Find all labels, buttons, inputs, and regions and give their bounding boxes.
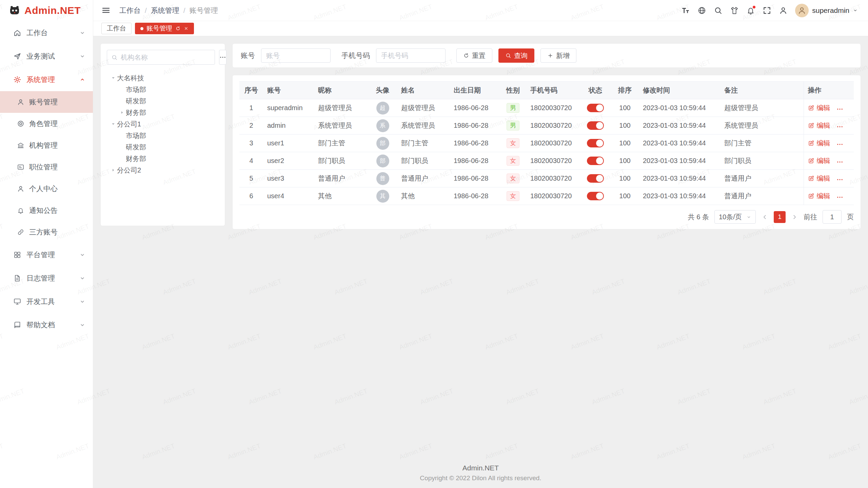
tree-node[interactable]: 研发部	[107, 95, 219, 107]
tree-caret-icon[interactable]	[110, 121, 117, 127]
sidebar-item[interactable]: 开发工具	[0, 290, 93, 313]
next-page-button[interactable]	[791, 214, 798, 221]
row-more-button[interactable]	[836, 176, 843, 183]
language-icon[interactable]	[697, 6, 706, 15]
sidebar-item[interactable]: 业务测试	[0, 44, 93, 68]
cell-status	[580, 117, 611, 135]
theme-icon[interactable]	[730, 6, 739, 15]
sidebar-item[interactable]: 工作台	[0, 21, 93, 44]
cell-gender: 女	[500, 170, 526, 187]
status-toggle[interactable]	[587, 157, 604, 165]
edit-button[interactable]: 编辑	[808, 121, 830, 130]
sidebar-item[interactable]: 平台管理	[0, 243, 93, 266]
sidebar-subitem-label: 三方账号	[29, 227, 85, 237]
sidebar-item-label: 平台管理	[26, 250, 79, 260]
tree-node[interactable]: 分公司1	[107, 118, 219, 130]
tree-caret-icon[interactable]	[110, 75, 117, 81]
tree-caret-icon[interactable]	[110, 167, 117, 173]
prev-page-button[interactable]	[761, 214, 768, 221]
status-toggle[interactable]	[587, 121, 604, 130]
edit-label: 编辑	[817, 191, 830, 201]
page-unit-label: 页	[847, 212, 854, 222]
sidebar-subitem[interactable]: 通知公告	[0, 200, 93, 221]
sidebar-subitem[interactable]: 角色管理	[0, 113, 93, 135]
sidebar-item[interactable]: 帮助文档	[0, 313, 93, 337]
tree-caret-icon[interactable]	[118, 110, 126, 115]
breadcrumb-separator: /	[145, 6, 147, 15]
edit-button[interactable]: 编辑	[808, 156, 830, 165]
org-search-input[interactable]	[121, 54, 211, 61]
edit-button[interactable]: 编辑	[808, 191, 830, 201]
total-count: 共 6 条	[688, 212, 709, 222]
sidebar-subitem[interactable]: 职位管理	[0, 156, 93, 178]
tree-more-button[interactable]	[219, 50, 226, 65]
cell-phone: 18020030720	[526, 99, 580, 117]
status-toggle[interactable]	[587, 104, 604, 112]
sidebar-subitem[interactable]: 机构管理	[0, 135, 93, 156]
sidebar-subitem[interactable]: 账号管理	[0, 91, 93, 113]
sidebar-subitem-label: 通知公告	[29, 206, 85, 215]
user-icon[interactable]	[779, 6, 788, 15]
tree-node[interactable]: 财务部	[107, 153, 219, 164]
notification-icon[interactable]	[746, 6, 755, 15]
avatar	[795, 4, 809, 17]
reset-button[interactable]: 重置	[456, 48, 492, 63]
org-search	[107, 50, 215, 65]
table-row: 4 user2 部门职员 部 部门职员 1986-06-28 女 1802003…	[239, 152, 854, 170]
row-more-button[interactable]	[836, 141, 843, 148]
user-menu[interactable]: superadmin	[795, 4, 858, 17]
breadcrumb-item[interactable]: 系统管理	[151, 6, 179, 15]
status-toggle[interactable]	[587, 139, 604, 147]
hamburger-icon[interactable]	[101, 6, 111, 15]
active-dot	[140, 27, 143, 30]
tree-node-label: 大名科技	[117, 74, 144, 83]
column-header: 出生日期	[450, 82, 500, 99]
tree-node[interactable]: 研发部	[107, 141, 219, 153]
status-toggle[interactable]	[587, 174, 604, 183]
row-more-button[interactable]	[836, 106, 843, 113]
tree-node[interactable]: 大名科技	[107, 72, 219, 84]
search-icon[interactable]	[714, 6, 723, 15]
account-input[interactable]	[261, 48, 331, 63]
add-button[interactable]: 新增	[540, 48, 576, 63]
tree-node[interactable]: 市场部	[107, 84, 219, 95]
page-number-button[interactable]: 1	[774, 211, 786, 223]
phone-input[interactable]	[376, 48, 446, 63]
cell-actions: 编辑	[804, 187, 854, 205]
sidebar-subitem[interactable]: 三方账号	[0, 221, 93, 243]
refresh-icon[interactable]	[175, 26, 181, 31]
role-icon	[17, 120, 24, 127]
font-size-icon[interactable]	[681, 6, 690, 15]
page-size-select[interactable]: 10条/页	[714, 210, 756, 224]
status-toggle[interactable]	[587, 192, 604, 200]
sidebar-item[interactable]: 日志管理	[0, 266, 93, 290]
cell-remark: 普通用户	[720, 187, 804, 205]
chevron-down-icon	[746, 215, 751, 220]
cell-account: admin	[263, 117, 314, 135]
breadcrumb-item[interactable]: 账号管理	[190, 6, 218, 15]
user-icon	[17, 98, 24, 106]
cell-nickname: 其他	[314, 187, 368, 205]
edit-label: 编辑	[817, 121, 830, 130]
row-more-button[interactable]	[836, 194, 843, 201]
sidebar-item[interactable]: 系统管理	[0, 68, 93, 91]
tree-node[interactable]: 市场部	[107, 130, 219, 141]
goto-page-input[interactable]	[823, 210, 842, 224]
breadcrumb-item[interactable]: 工作台	[119, 6, 141, 15]
query-button[interactable]: 查询	[498, 48, 534, 63]
tree-node[interactable]: 财务部	[107, 107, 219, 118]
cell-birthdate: 1986-06-28	[450, 135, 500, 152]
cell-status	[580, 187, 611, 205]
fullscreen-icon[interactable]	[763, 6, 771, 15]
tab-workbench[interactable]: 工作台	[101, 23, 132, 34]
row-more-button[interactable]	[836, 123, 843, 130]
tab-account-management[interactable]: 账号管理	[135, 23, 194, 34]
edit-button[interactable]: 编辑	[808, 174, 830, 183]
edit-button[interactable]: 编辑	[808, 103, 830, 113]
close-icon[interactable]	[184, 26, 189, 31]
edit-button[interactable]: 编辑	[808, 139, 830, 148]
sidebar-subitem[interactable]: 个人中心	[0, 178, 93, 200]
row-more-button[interactable]	[836, 159, 843, 165]
cell-name: 其他	[397, 187, 450, 205]
tree-node[interactable]: 分公司2	[107, 164, 219, 176]
